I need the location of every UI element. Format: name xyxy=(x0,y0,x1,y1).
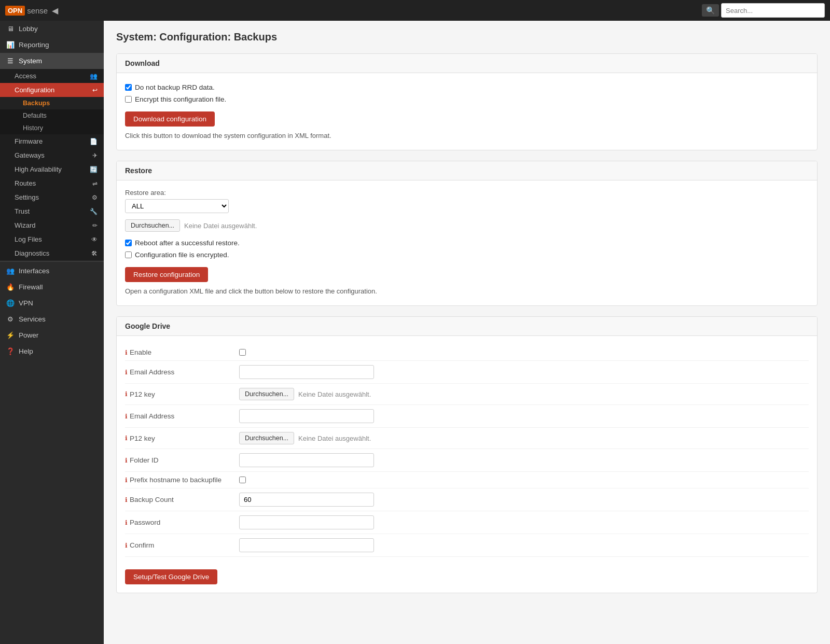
settings-label: Settings xyxy=(15,193,39,201)
reboot-checkbox[interactable] xyxy=(125,240,132,246)
sidebar-item-interfaces[interactable]: 👥 Interfaces xyxy=(0,263,104,279)
sidebar-toggle[interactable]: ◀ xyxy=(52,6,58,16)
setup-btn-wrap: Setup/Test Google Drive xyxy=(125,565,809,584)
sidebar-item-firmware[interactable]: Firmware 📄 xyxy=(0,134,104,148)
encrypted-restore-checkbox[interactable] xyxy=(125,251,132,258)
logo-opn: OPN xyxy=(5,6,25,16)
p12-label: ℹ P12 key xyxy=(125,390,239,398)
system-icon: ☰ xyxy=(6,57,15,65)
encrypt-checkbox[interactable] xyxy=(125,96,132,103)
sidebar-item-high-availability[interactable]: High Availability 🔄 xyxy=(0,162,104,176)
prefix-label: ℹ Prefix hostname to backupfile xyxy=(125,476,239,484)
no-rrd-checkbox[interactable] xyxy=(125,84,132,91)
email2-control xyxy=(239,409,809,423)
defaults-label: Defaults xyxy=(23,112,47,119)
confirm-info-icon: ℹ xyxy=(125,542,128,549)
prefix-checkbox[interactable] xyxy=(239,477,246,483)
google-drive-section-header: Google Drive xyxy=(117,317,817,336)
email2-label: ℹ Email Address xyxy=(125,412,239,420)
routes-label: Routes xyxy=(15,179,36,187)
sidebar-item-diagnostics[interactable]: Diagnostics 🛠 xyxy=(0,246,104,260)
folder-id-input[interactable] xyxy=(239,453,374,467)
sidebar-label-help: Help xyxy=(19,347,33,355)
lobby-icon: 🖥 xyxy=(6,25,15,33)
history-label: History xyxy=(23,124,43,132)
setup-google-drive-button[interactable]: Setup/Test Google Drive xyxy=(125,569,217,584)
download-configuration-button[interactable]: Download configuration xyxy=(125,111,215,127)
help-icon: ❓ xyxy=(6,347,15,355)
routes-icon: ⇌ xyxy=(92,180,98,187)
email-input[interactable] xyxy=(239,365,374,379)
sidebar-item-lobby[interactable]: 🖥 Lobby xyxy=(0,21,104,37)
backup-count-label: ℹ Backup Count xyxy=(125,496,239,503)
backup-count-input[interactable] xyxy=(239,493,374,507)
search-button[interactable]: 🔍 xyxy=(702,4,719,17)
backups-label: Backups xyxy=(23,100,50,107)
folder-id-label: ℹ Folder ID xyxy=(125,456,239,464)
topnav: OPN sense ◀ 🔍 xyxy=(0,0,830,21)
restore-configuration-button[interactable]: Restore configuration xyxy=(125,267,208,282)
email-control xyxy=(239,365,809,379)
sidebar-item-vpn[interactable]: 🌐 VPN xyxy=(0,295,104,311)
download-section-body: Do not backup RRD data. Encrypt this con… xyxy=(117,73,817,150)
firmware-label: Firmware xyxy=(15,137,43,145)
sidebar-item-trust[interactable]: Trust 🔧 xyxy=(0,204,104,218)
configuration-label: Configuration xyxy=(15,86,54,94)
sidebar-label-lobby: Lobby xyxy=(19,25,38,33)
google-drive-section-body: ℹ Enable ℹ Email Address xyxy=(117,336,817,593)
confirm-input[interactable] xyxy=(239,538,374,552)
download-section-header: Download xyxy=(117,54,817,73)
sidebar-item-configuration[interactable]: Configuration ↩ xyxy=(0,83,104,97)
email-label: ℹ Email Address xyxy=(125,368,239,376)
reboot-label: Reboot after a successful restore. xyxy=(135,239,240,247)
vpn-icon: 🌐 xyxy=(6,299,15,307)
page-title: System: Configuration: Backups xyxy=(116,31,818,43)
email2-input[interactable] xyxy=(239,409,374,423)
sidebar-item-system[interactable]: ☰ System xyxy=(0,53,104,69)
services-icon: ⚙ xyxy=(6,315,15,323)
sidebar-item-wizard[interactable]: Wizard ✏ xyxy=(0,218,104,232)
sidebar: 🖥 Lobby 📊 Reporting ☰ System Access 👥 Co… xyxy=(0,21,104,644)
email-info-icon: ℹ xyxy=(125,369,128,376)
sidebar-item-log-files[interactable]: Log Files 👁 xyxy=(0,232,104,246)
sidebar-item-backups[interactable]: Backups xyxy=(0,97,104,109)
logo-sense: sense xyxy=(27,6,48,15)
password-input[interactable] xyxy=(239,515,374,529)
sidebar-label-interfaces: Interfaces xyxy=(19,267,49,275)
restore-file-row: Durchsuchen... Keine Datei ausgewählt. xyxy=(125,219,809,232)
email2-row: ℹ Email Address xyxy=(125,405,809,428)
p12-2-browse-button[interactable]: Durchsuchen... xyxy=(239,432,294,444)
restore-section-header: Restore xyxy=(117,161,817,180)
password-info-icon: ℹ xyxy=(125,519,128,526)
sidebar-item-defaults[interactable]: Defaults xyxy=(0,109,104,122)
sidebar-item-firewall[interactable]: 🔥 Firewall xyxy=(0,279,104,295)
restore-area-select[interactable]: ALL Backup Firewall Interfaces VPN xyxy=(125,199,229,213)
log-files-icon: 👁 xyxy=(91,236,98,243)
confirm-control xyxy=(239,538,809,552)
sidebar-item-settings[interactable]: Settings ⚙ xyxy=(0,190,104,204)
main-content: System: Configuration: Backups Download … xyxy=(104,21,830,644)
sidebar-item-help[interactable]: ❓ Help xyxy=(0,343,104,359)
sidebar-item-power[interactable]: ⚡ Power xyxy=(0,327,104,343)
sidebar-system-sub: Access 👥 Configuration ↩ Backups Default… xyxy=(0,69,104,260)
sidebar-item-history[interactable]: History xyxy=(0,122,104,134)
p12-2-row: ℹ P12 key Durchsuchen... Keine Datei aus… xyxy=(125,428,809,449)
restore-browse-button[interactable]: Durchsuchen... xyxy=(125,219,180,232)
sidebar-item-access[interactable]: Access 👥 xyxy=(0,69,104,83)
logo: OPN sense xyxy=(5,6,48,16)
power-icon: ⚡ xyxy=(6,331,15,339)
sidebar-item-reporting[interactable]: 📊 Reporting xyxy=(0,37,104,53)
diagnostics-label: Diagnostics xyxy=(15,249,49,257)
email2-info-icon: ℹ xyxy=(125,413,128,420)
no-rrd-label: Do not backup RRD data. xyxy=(135,83,215,91)
sidebar-item-services[interactable]: ⚙ Services xyxy=(0,311,104,327)
settings-icon: ⚙ xyxy=(92,194,98,201)
enable-checkbox[interactable] xyxy=(239,349,246,356)
gateways-label: Gateways xyxy=(15,151,45,159)
search-input[interactable] xyxy=(721,3,825,18)
password-label: ℹ Password xyxy=(125,519,239,526)
sidebar-item-routes[interactable]: Routes ⇌ xyxy=(0,176,104,190)
p12-browse-button[interactable]: Durchsuchen... xyxy=(239,388,294,400)
ha-icon: 🔄 xyxy=(90,166,98,173)
sidebar-item-gateways[interactable]: Gateways ✈ xyxy=(0,148,104,162)
